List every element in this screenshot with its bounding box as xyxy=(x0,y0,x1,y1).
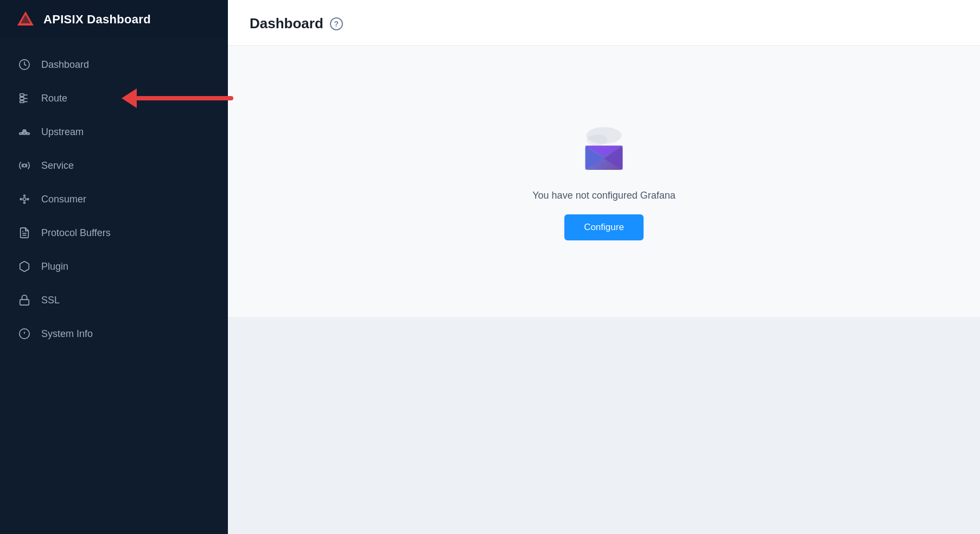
sidebar-item-service[interactable]: Service xyxy=(0,149,228,182)
svg-point-18 xyxy=(20,199,22,200)
sidebar: APISIX Dashboard Dashboard Route xyxy=(0,0,228,534)
route-icon xyxy=(17,91,31,105)
sidebar-item-label: System Info xyxy=(41,328,93,340)
main-content: Dashboard ? xyxy=(228,0,980,534)
sidebar-item-label: Route xyxy=(41,93,67,104)
grafana-illustration xyxy=(571,123,637,177)
apisix-logo xyxy=(15,9,36,30)
sidebar-item-label: Dashboard xyxy=(41,59,89,71)
svg-rect-4 xyxy=(20,97,24,100)
sidebar-item-dashboard[interactable]: Dashboard xyxy=(0,48,228,81)
app-title: APISIX Dashboard xyxy=(43,12,151,27)
svg-point-19 xyxy=(27,199,29,200)
sidebar-item-protocol-buffers[interactable]: Protocol Buffers xyxy=(0,216,228,250)
svg-point-20 xyxy=(24,195,26,196)
svg-rect-5 xyxy=(20,101,24,103)
sidebar-item-system-info[interactable]: System Info xyxy=(0,317,228,351)
svg-point-17 xyxy=(23,198,26,201)
page-header: Dashboard ? xyxy=(228,0,980,46)
grafana-empty-state: You have not configured Grafana Configur… xyxy=(511,90,697,273)
sidebar-item-upstream[interactable]: Upstream xyxy=(0,115,228,149)
sidebar-nav: Dashboard Route Upstream S xyxy=(0,39,228,534)
system-info-icon xyxy=(17,327,31,341)
grafana-card: You have not configured Grafana Configur… xyxy=(228,46,980,317)
sidebar-item-ssl[interactable]: SSL xyxy=(0,283,228,317)
svg-rect-9 xyxy=(20,133,23,135)
configure-button[interactable]: Configure xyxy=(564,214,644,240)
plugin-icon xyxy=(17,259,31,274)
service-icon xyxy=(17,158,31,173)
ssl-icon xyxy=(17,293,31,307)
sidebar-item-label: Service xyxy=(41,160,74,171)
sidebar-item-route[interactable]: Route xyxy=(0,81,228,115)
sidebar-item-label: Consumer xyxy=(41,194,86,205)
svg-rect-24 xyxy=(20,300,29,305)
svg-point-16 xyxy=(23,164,26,167)
page-title: Dashboard xyxy=(250,15,323,32)
svg-rect-10 xyxy=(23,133,26,135)
page-body: You have not configured Grafana Configur… xyxy=(228,46,980,534)
sidebar-item-plugin[interactable]: Plugin xyxy=(0,250,228,283)
svg-point-29 xyxy=(587,134,607,145)
sidebar-header: APISIX Dashboard xyxy=(0,0,228,39)
dashboard-icon xyxy=(17,58,31,72)
svg-rect-3 xyxy=(20,94,24,97)
upstream-icon xyxy=(17,125,31,139)
sidebar-item-consumer[interactable]: Consumer xyxy=(0,182,228,216)
sidebar-item-label: Upstream xyxy=(41,126,84,138)
svg-rect-11 xyxy=(27,133,29,135)
sidebar-item-label: SSL xyxy=(41,295,60,306)
route-arrow-annotation xyxy=(136,96,233,100)
svg-point-21 xyxy=(24,202,26,204)
help-icon[interactable]: ? xyxy=(330,17,343,30)
sidebar-item-label: Protocol Buffers xyxy=(41,227,111,239)
sidebar-item-label: Plugin xyxy=(41,261,68,272)
grafana-svg-illustration xyxy=(571,117,637,177)
consumer-icon xyxy=(17,192,31,206)
empty-state-message: You have not configured Grafana xyxy=(532,190,676,201)
protocol-buffers-icon xyxy=(17,226,31,240)
